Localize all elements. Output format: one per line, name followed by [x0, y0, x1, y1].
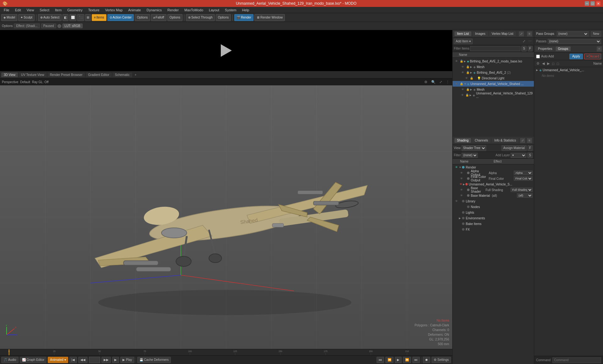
item-list-dots-icon[interactable]: ⋯: [527, 39, 533, 44]
shading-item-uav-material[interactable]: 👁 ▶ Unmanned_Aerial_Vehicle_S...: [453, 181, 534, 187]
menu-view[interactable]: View: [24, 8, 37, 12]
vp-settings-icon[interactable]: ⚙: [423, 80, 428, 84]
step-back-btn[interactable]: ◀◀: [78, 357, 88, 363]
transport-prev-btn[interactable]: ⏪: [385, 357, 394, 363]
vp-options-icon[interactable]: ⋮: [445, 80, 450, 84]
options-btn-2[interactable]: Options: [167, 14, 182, 21]
menu-dynamics[interactable]: Dynamics: [144, 8, 164, 12]
close-btn[interactable]: ✕: [596, 1, 600, 6]
toolbar-icon-1[interactable]: ◧: [62, 14, 68, 21]
tab-channels[interactable]: Channels: [472, 138, 491, 143]
filter-input[interactable]: [470, 46, 520, 51]
add-layer-select[interactable]: ▾: [511, 153, 526, 158]
new-group-btn[interactable]: New: [591, 31, 601, 37]
tree-item-group1[interactable]: 👁 🔒 ▶ ◈ Birthing_Bed_AVE_2 (2): [453, 70, 534, 75]
menu-file[interactable]: File: [1, 8, 12, 12]
tab-gradient-editor[interactable]: Gradient Editor: [86, 72, 112, 77]
falloff-btn[interactable]: ⌀ Falloff: [151, 14, 166, 21]
menu-maxtomodo[interactable]: MaxToModo: [182, 8, 206, 12]
shading-item-bake-items[interactable]: Bake Items: [453, 221, 534, 227]
play-label-btn[interactable]: ▶ Play: [120, 357, 134, 363]
frp-icon-gear[interactable]: ⚙: [535, 61, 541, 66]
shading-item-environments[interactable]: ▶ Environments: [453, 215, 534, 221]
add-item-btn[interactable]: Add Item ▾: [454, 39, 473, 44]
minimize-btn[interactable]: ─: [585, 1, 589, 6]
shading-item-library[interactable]: 👁 Library: [453, 198, 534, 204]
animated-btn[interactable]: Animated ▾: [48, 357, 68, 363]
tab-item-list[interactable]: Item List: [454, 31, 471, 36]
shading-item-fx[interactable]: FX: [453, 227, 534, 232]
passes-select[interactable]: (none): [548, 39, 601, 44]
shading-item-base-shader[interactable]: 👁 Base Shader Full Shading Full Shading: [453, 187, 534, 193]
add-tab-btn[interactable]: +: [133, 72, 139, 77]
apply-btn[interactable]: Apply: [569, 54, 583, 59]
action-center-btn[interactable]: ⊙ Action Center: [107, 14, 134, 21]
baseshader-effect-select[interactable]: Full Shading: [511, 188, 533, 192]
options-item-list-btn[interactable]: ≡: [527, 31, 532, 36]
assign-material-btn[interactable]: Assign Material: [502, 145, 527, 151]
frp-icon-sq1[interactable]: □: [551, 62, 555, 66]
frp-icon-right[interactable]: ▶: [546, 61, 551, 66]
cache-deformers-btn[interactable]: 💾 Cache Deformers: [137, 357, 171, 363]
vis-lock-6[interactable]: 🔒: [465, 87, 470, 92]
vis-lock-7[interactable]: 🔒: [465, 93, 470, 97]
vis-eye-7[interactable]: 👁: [460, 93, 465, 97]
prev-frame-btn[interactable]: |◀: [69, 357, 77, 363]
vis-eye-6[interactable]: 👁: [460, 87, 465, 92]
tree-item-light1[interactable]: 👁 🔒 💡 Directional Light: [453, 75, 534, 81]
tree-item-uav-group[interactable]: 👁 🔒 ▼ ◈ Unmanned_Aerial_Vehicle_Shahed .…: [453, 81, 534, 87]
frp-tree-item-uav[interactable]: ▶ ◈ Unmanned_Aerial_Vehicle_...: [534, 67, 603, 73]
toolbar-icon-3[interactable]: ⬛: [77, 14, 84, 21]
basemat-effect-select[interactable]: (all): [517, 193, 533, 198]
menu-system[interactable]: System: [222, 8, 239, 12]
tab-info-statistics[interactable]: Info & Statistics: [492, 138, 519, 143]
vis-lock-5[interactable]: 🔒: [459, 82, 464, 86]
shading-vis-3[interactable]: 👁: [459, 176, 464, 181]
menu-texture[interactable]: Texture: [86, 8, 102, 12]
shading-f-btn[interactable]: F: [528, 145, 533, 151]
render-btn[interactable]: 🎬 Render: [234, 14, 253, 21]
shading-item-base-material[interactable]: 👁 Base Material (all) (all): [453, 193, 534, 198]
vis-eye-3[interactable]: 👁: [460, 70, 465, 75]
vp-zoom-icon[interactable]: 🔍: [430, 80, 437, 84]
tree-item-mesh1[interactable]: 👁 🔒 ▶ ◈ Mesh: [453, 64, 534, 70]
transport-end-btn[interactable]: ⏭: [412, 357, 420, 363]
transport-play-btn[interactable]: ▶: [395, 357, 402, 363]
tab-3d-view[interactable]: 3D View: [1, 72, 18, 77]
tab-uv-texture-view[interactable]: UV Texture View: [19, 72, 47, 77]
frame-input[interactable]: 0: [89, 357, 100, 363]
tab-render-preset-browser[interactable]: Render Preset Browser: [47, 72, 85, 77]
sculpt-btn[interactable]: ✦ Sculpt: [18, 14, 35, 21]
shading-vis-6[interactable]: 👁: [459, 193, 464, 198]
tab-properties[interactable]: Properties: [535, 46, 555, 51]
auto-add-checkbox[interactable]: [536, 55, 540, 58]
add-group-btn[interactable]: +: [597, 46, 602, 51]
vis-eye-2[interactable]: 👁: [460, 65, 465, 69]
vis-eye-4[interactable]: 👁: [464, 76, 469, 80]
transport-back-btn[interactable]: ⏮: [377, 357, 384, 363]
filter-s-btn[interactable]: S: [521, 46, 527, 51]
3d-viewport[interactable]: Perspective Default Ray GL: Off ⚙ 🔍 ⤢ ⋮: [0, 78, 452, 349]
command-input[interactable]: [552, 357, 601, 363]
auto-select-btn[interactable]: ⊕ Auto Select: [38, 14, 62, 21]
shading-vis-1[interactable]: 👁: [454, 165, 459, 169]
render-window-btn[interactable]: 🖥 Render Window: [254, 14, 285, 21]
audio-btn[interactable]: 🎵 Audio: [1, 357, 19, 363]
shading-filter-select[interactable]: (none): [462, 153, 478, 158]
menu-help[interactable]: Help: [240, 8, 252, 12]
tab-schematic[interactable]: Schematic: [112, 72, 132, 77]
frp-icon-sq2[interactable]: □: [556, 62, 560, 66]
discard-btn[interactable]: ✕ Discard: [584, 54, 601, 59]
vis-lock-3[interactable]: 🔒: [465, 70, 470, 75]
tree-item-scene[interactable]: 👁 🔒 ▶ ■ Birthing_Bed_AVE_2_modo_base.lxo: [453, 58, 534, 64]
menu-animate[interactable]: Animate: [126, 8, 143, 12]
vis-eye-5[interactable]: 👁: [454, 82, 459, 86]
timeline-ruler[interactable]: 0 25 50 75 100 125 150 175 200 216: [0, 349, 452, 355]
shading-s-btn[interactable]: S: [527, 153, 533, 158]
transport-next-btn[interactable]: ⏩: [403, 357, 411, 363]
tab-groups[interactable]: Groups: [556, 46, 571, 51]
vis-eye-1[interactable]: 👁: [454, 59, 459, 63]
options-btn-3[interactable]: Options: [216, 14, 231, 21]
vis-lock-2[interactable]: 🔒: [465, 65, 470, 69]
expand-item-list-btn[interactable]: ⤢: [519, 31, 524, 36]
